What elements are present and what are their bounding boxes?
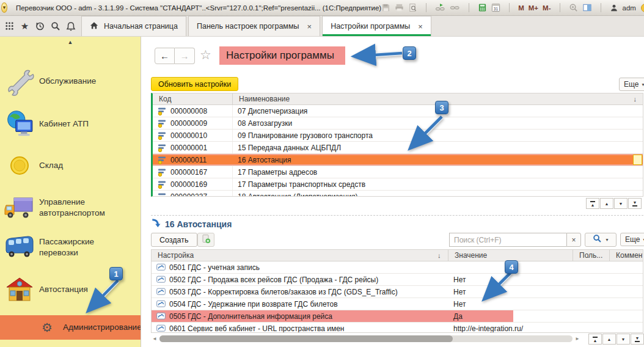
settings-groups-table: Код Наименование ↓ 000000008 07 Диспетче…	[151, 93, 643, 197]
section-title: 16 Автостанция	[165, 219, 232, 229]
sidebar-item-passenger-transport[interactable]: Пассажирские перевозки	[0, 230, 141, 265]
sidebar-item-administration[interactable]: ⚙ Администрирование	[0, 315, 141, 340]
create-button[interactable]: Создать	[151, 233, 197, 247]
column-header-comment[interactable]: Коммент	[610, 250, 643, 261]
window-title: Перевозчик ООО - adm - 3.1.1.99 - Систем…	[16, 4, 381, 12]
sort-desc-icon[interactable]: ↓	[437, 250, 441, 261]
go-first-button[interactable]: ▲	[586, 198, 599, 209]
settings-group-icon	[158, 144, 167, 152]
tab-program-settings[interactable]: Настройки программы ×	[322, 16, 431, 36]
sort-desc-icon[interactable]: ↓	[634, 93, 637, 104]
table-row[interactable]: 0503 ГДС - Корректировка билетов/заказов…	[152, 286, 643, 298]
memory-m-minus-button[interactable]: M-	[543, 4, 551, 12]
constant-icon	[156, 276, 166, 283]
memory-m-button[interactable]: M	[518, 4, 524, 12]
history-icon[interactable]	[33, 19, 47, 34]
column-header-code[interactable]: Код	[153, 93, 233, 104]
search-input[interactable]	[449, 233, 566, 247]
tab-home[interactable]: Начальная страница	[81, 16, 186, 36]
wrench-icon	[0, 66, 39, 97]
sidebar-item-warehouse[interactable]: Склад	[0, 148, 141, 183]
main-menu-button[interactable]: ▼	[1, 2, 7, 13]
scroll-right-icon[interactable]: ►	[575, 336, 580, 342]
detach-link-icon[interactable]	[450, 3, 460, 12]
close-icon[interactable]: ×	[418, 22, 423, 31]
more-button-top[interactable]: Еще▾	[619, 78, 644, 91]
refresh-settings-button[interactable]: Обновить настройки	[151, 77, 238, 91]
bus-icon	[0, 234, 39, 261]
table-nav-buttons: ▲ ▲ ▼ ▼	[588, 334, 644, 345]
table-row[interactable]: 000000010 09 Планирование грузового тран…	[153, 130, 643, 142]
constant-icon	[156, 288, 166, 296]
column-header-user[interactable]: Поль...	[573, 250, 610, 261]
sidebar-item-vehicle-management[interactable]: Управление автотранспортом	[0, 191, 141, 225]
go-next-button[interactable]: ▼	[617, 334, 630, 345]
forward-button[interactable]: →	[175, 48, 195, 64]
main-content: ← → ☆ Настройки программы Обновить настр…	[141, 37, 644, 347]
back-button[interactable]: ←	[155, 48, 175, 64]
table-row-selected[interactable]: 000000011 16 Автостанция	[153, 154, 643, 166]
chevron-down-icon: ▾	[606, 237, 608, 243]
close-icon[interactable]: ×	[307, 22, 312, 31]
sidebar-collapse-button[interactable]: ▲	[0, 37, 141, 48]
table-row-highlighted[interactable]: 0505 ГДС - Дополнительная информация рей…	[152, 310, 643, 323]
table-row[interactable]: 000000001 15 Передача данных АЦБПДЛ	[153, 142, 643, 154]
calculator-icon[interactable]	[478, 3, 487, 12]
go-prev-button[interactable]: ▲	[600, 198, 613, 209]
divider	[560, 3, 560, 12]
search-clear-button[interactable]: ×	[566, 233, 581, 247]
copy-item-icon	[201, 234, 211, 246]
go-next-button[interactable]: ▼	[614, 198, 628, 209]
table-row[interactable]: 000000237 18 Автостанция (Диспетчеризаци…	[153, 191, 643, 197]
truck-icon	[0, 193, 39, 222]
table-row[interactable]: 000000009 08 Автозагрузки	[153, 117, 643, 130]
go-last-button[interactable]: ▼	[628, 198, 642, 209]
print-preview-icon[interactable]	[408, 3, 417, 12]
memory-m-plus-button[interactable]: M+	[529, 4, 538, 12]
scrollbar-thumb[interactable]	[159, 335, 453, 342]
info-icon[interactable]: i	[640, 3, 644, 13]
current-user[interactable]: adm	[623, 4, 636, 12]
gear-icon: ⚙	[42, 321, 53, 334]
table-row[interactable]: 000000008 07 Диспетчеризация	[153, 105, 643, 117]
split-window-icon[interactable]	[582, 3, 592, 12]
table-row[interactable]: 0502 ГДС - Продажа всех рейсов ГДС (Прод…	[152, 274, 643, 286]
service-menu-icon[interactable]	[2, 19, 16, 34]
scroll-left-icon[interactable]: ◄	[152, 336, 157, 342]
find-button[interactable]: ▾	[585, 233, 617, 247]
more-button-bottom[interactable]: Еще▾	[620, 233, 644, 246]
column-header-value[interactable]: Значение	[448, 250, 573, 261]
home-icon	[90, 21, 98, 32]
settings-group-icon	[158, 119, 167, 128]
sidebar-item-label: Обслуживание	[39, 76, 132, 87]
go-first-button[interactable]: ▲	[588, 334, 602, 345]
column-header-setting[interactable]: Настройка	[152, 250, 448, 261]
notifications-bell-icon[interactable]	[64, 19, 78, 34]
add-favorite-star-icon[interactable]: ☆	[200, 48, 211, 62]
search-box: ×	[449, 233, 581, 247]
table-row[interactable]: 0501 ГДС - учетная запись	[152, 261, 643, 274]
save-icon[interactable]	[381, 3, 390, 12]
attach-link-icon[interactable]	[435, 3, 445, 12]
constant-icon	[156, 300, 166, 308]
table-row[interactable]: 000000167 17 Параметры адресов	[153, 166, 643, 178]
table-row[interactable]: 0504 ГДС - Удержание при возврате ГДС би…	[152, 298, 643, 310]
go-prev-button[interactable]: ▲	[602, 334, 616, 345]
sidebar-item-service[interactable]: Обслуживание	[0, 64, 141, 98]
print-icon[interactable]	[395, 3, 404, 12]
table-row[interactable]: 000000169 17 Параметры транспортных сред…	[153, 178, 643, 191]
zoom-icon[interactable]	[569, 3, 578, 12]
calendar-icon[interactable]: 31	[491, 3, 500, 12]
scrollbar-track[interactable]	[159, 335, 573, 342]
go-last-button[interactable]: ▼	[631, 334, 644, 345]
search-icon[interactable]	[48, 19, 62, 34]
sidebar-item-label: Управление автотранспортом	[39, 197, 132, 218]
settings-group-icon	[158, 107, 167, 115]
settings-group-icon	[158, 180, 167, 189]
sidebar-item-atp-cabinet[interactable]: Кабинет АТП	[0, 107, 141, 141]
tab-settings-panel[interactable]: Панель настроек программы ×	[188, 16, 320, 36]
favorites-icon[interactable]: ★	[18, 19, 32, 34]
copy-button[interactable]	[197, 233, 214, 247]
table-row[interactable]: 0601 Сервис веб кабинет - URL пространст…	[152, 323, 643, 333]
search-icon	[593, 234, 602, 246]
